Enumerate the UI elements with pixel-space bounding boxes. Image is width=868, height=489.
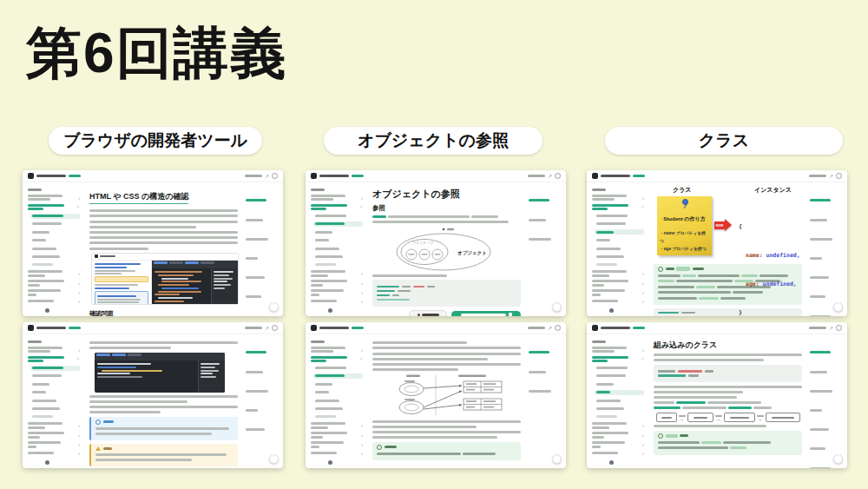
sidebar-subitem [595, 238, 644, 243]
sidebar-subitem [313, 214, 363, 219]
tip-icon [658, 267, 663, 272]
text-line [32, 239, 46, 241]
info-box [95, 291, 148, 304]
webpage-pane [92, 261, 152, 304]
sidebar-subitem [313, 381, 363, 387]
text-line [315, 248, 339, 250]
text-line [28, 195, 62, 197]
toc-item [810, 231, 843, 247]
text-line [592, 289, 625, 292]
paragraph-skeleton [372, 431, 521, 439]
paragraph-skeleton [372, 221, 521, 223]
sidebar-subitem [313, 398, 363, 403]
text-line [372, 353, 521, 355]
account-icon [272, 173, 278, 179]
text-line [592, 208, 608, 210]
text-line [36, 175, 66, 177]
sidebar-subitem [30, 246, 80, 251]
sidebar-item: › [28, 347, 80, 354]
text-line [654, 425, 766, 427]
text-line [529, 219, 546, 221]
svg-text:プリミティブ: プリミティブ [412, 240, 434, 244]
text-line [315, 367, 346, 369]
text-line [311, 360, 326, 362]
pushpin-icon [681, 199, 688, 208]
sidebar-subitem [595, 262, 644, 268]
paragraph-skeleton [372, 347, 521, 360]
paragraph-skeleton [654, 354, 802, 361]
account-icon [272, 325, 278, 331]
sidebar-item: › [592, 280, 644, 287]
scroll-top-button [552, 302, 562, 312]
text-line [654, 359, 764, 361]
text-line [28, 270, 62, 273]
sidebar-item [592, 188, 644, 191]
site-logo-icon [28, 325, 34, 331]
sidebar-item: › [311, 280, 363, 287]
text-line [311, 422, 345, 425]
reference-diagram [385, 373, 509, 417]
chevron-right-icon: › [78, 290, 80, 295]
text-line [246, 409, 258, 412]
text-line [89, 221, 238, 223]
text-line [311, 280, 347, 282]
sidebar-subitem-active [30, 214, 80, 219]
text-line [809, 327, 826, 329]
sidebar-item: › [28, 270, 80, 277]
text-line [89, 347, 171, 349]
toc-item [810, 383, 843, 399]
toc-item [810, 211, 843, 227]
warning-callout [89, 444, 238, 467]
sidebar: ›››››› [306, 182, 365, 316]
account-icon [555, 173, 561, 179]
toc-item [246, 269, 279, 285]
text-line [529, 199, 549, 202]
sidebar-item: › [311, 270, 363, 277]
chevron-right-icon: › [361, 451, 363, 456]
text-line [246, 276, 265, 279]
tip-icon [658, 433, 663, 439]
text-line [810, 351, 831, 354]
sidebar-item: › [28, 195, 80, 202]
sidebar-item: › [28, 451, 80, 456]
text-line [28, 360, 43, 362]
sidebar-subitem [30, 406, 80, 412]
chain-node [687, 413, 713, 422]
toc-item [246, 192, 279, 208]
mini-site-header: ↗ [306, 322, 566, 334]
page-title: オブジェクトの参照 [372, 188, 521, 201]
sidebar-subitem-active [595, 390, 644, 395]
confirm-questions-heading: 確認問題 [89, 309, 238, 316]
text-line [32, 255, 60, 258]
paragraph-skeleton [654, 401, 802, 404]
sidebar-section: › [592, 204, 644, 211]
chevron-right-icon: › [78, 442, 80, 447]
chevron-right-icon: › [78, 281, 80, 286]
section-heading: 参照 [372, 204, 521, 213]
text-line [311, 284, 323, 287]
sidebar-subitem [313, 366, 363, 371]
text-line [311, 195, 345, 197]
side-panel [198, 360, 225, 393]
code-block [654, 365, 802, 383]
thumbnail-devtools-page: ↗ ›››››› HTML や CSS の構造の確認 [23, 170, 283, 316]
sidebar-subitem [313, 406, 363, 412]
text-line [529, 351, 549, 354]
devtools-tabs [95, 353, 225, 360]
text-line [596, 374, 626, 377]
text-line [633, 175, 645, 177]
text-line [810, 390, 832, 393]
topic-pill-class: クラス [605, 127, 843, 155]
text-line [810, 467, 831, 468]
paragraph-skeleton [654, 386, 802, 393]
text-line [592, 300, 618, 302]
text-line [28, 452, 54, 454]
text-line [246, 295, 261, 298]
thumbnail-builtin-class-page: ↗ ›››››› 組み込みのクラス → → [587, 322, 847, 468]
text-line [596, 255, 624, 258]
sidebar-subitem [313, 262, 363, 268]
text-line [315, 407, 343, 410]
text-line [592, 426, 609, 429]
text-line [89, 209, 238, 212]
text-line [528, 175, 545, 177]
